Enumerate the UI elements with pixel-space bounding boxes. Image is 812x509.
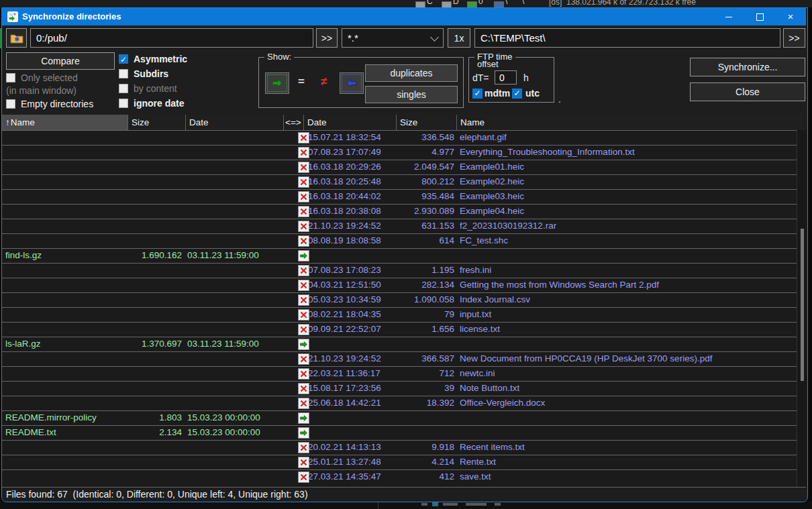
subdirs-label: Subdirs [134,68,168,79]
file-row[interactable]: 25.01.21 13:27:484.214Rente.txt [2,455,797,469]
ignore-date-label: ignore date [134,98,184,109]
drive-letter: C [427,0,433,6]
ftp-dt-input[interactable]: 0 [495,70,517,84]
delete-x-icon[interactable] [298,324,309,335]
header-size-right[interactable]: Size [397,115,457,130]
file-row[interactable]: 22.03.21 11:36:17712newtc.ini [2,366,797,381]
chevron-down-icon[interactable] [430,33,439,42]
file-row[interactable]: 07.08.23 17:07:494.977Everything_Trouble… [2,145,797,160]
file-row[interactable]: 16.03.18 20:44:02935.484Example03.heic [2,189,797,204]
delete-x-icon[interactable] [298,235,309,247]
multiplier-button[interactable]: 1x [448,28,470,48]
file-row[interactable]: 08.02.21 18:04:3579input.txt [2,307,797,322]
file-row[interactable]: 21.10.23 19:24:52366.587New Document fro… [2,351,797,366]
right-path-input[interactable]: C:\TEMP\Test\ [474,28,780,48]
file-row[interactable]: 05.03.23 10:34:591.090.058Index Journal.… [2,292,797,307]
duplicates-label: duplicates [390,68,432,78]
delete-x-icon[interactable] [298,368,309,380]
header-direction[interactable]: <=> [284,115,304,130]
file-row[interactable]: 27.03.21 14:35:47412save.txt [2,469,797,484]
header-name-right[interactable]: Name [457,115,797,130]
delete-x-icon[interactable] [298,191,309,203]
delete-x-icon[interactable] [298,280,309,291]
file-row[interactable]: 21.10.23 19:24:52631.153f2_2023103019231… [2,219,797,233]
only-selected-checkbox[interactable] [6,73,15,82]
filter-combobox[interactable]: *.* [342,28,444,48]
cell-right-size: 1.090.058 [364,293,454,306]
empty-directories-checkbox[interactable] [6,99,15,109]
copy-right-icon[interactable] [298,250,309,262]
delete-x-icon[interactable] [298,442,309,453]
file-row[interactable]: 20.02.21 14:13:139.918Recent items.txt [2,440,797,455]
ignore-date-checkbox[interactable] [119,99,128,108]
synchronize-button[interactable]: Synchronize... [690,58,805,76]
delete-x-icon[interactable] [298,457,309,468]
vertical-scrollbar[interactable] [797,130,807,488]
maximize-button[interactable] [744,8,775,25]
file-row[interactable]: README.mirror-policy1.80315.03.23 00:00:… [2,410,797,425]
cell-right-size: 935.484 [364,190,454,203]
titlebar[interactable]: Synchronize directories × [2,8,806,25]
header-date-left[interactable]: Date [186,115,284,130]
svg-text:✱: ✱ [14,36,19,43]
delete-x-icon[interactable] [298,309,309,321]
file-row[interactable]: README.txt2.13415.03.23 00:00:00 [2,425,797,440]
file-row[interactable]: 16.03.18 20:38:082.930.089Example04.heic [2,204,797,219]
mdtm-checkbox[interactable] [472,89,483,99]
close-label: Close [735,87,760,97]
scrollbar-thumb[interactable] [801,229,804,381]
file-row[interactable]: 09.09.21 22:52:071.656license.txt [2,322,797,337]
singles-button[interactable]: singles [365,86,458,103]
utc-checkbox[interactable] [512,89,522,99]
file-row[interactable]: 15.08.17 17:23:5639Note Button.txt [2,381,797,396]
status-text: Files found: 67 (Identical: 0, Different… [6,488,308,501]
delete-x-icon[interactable] [298,294,309,306]
show-copy-left-toggle[interactable] [340,72,364,94]
delete-x-icon[interactable] [298,383,309,394]
left-folder-history-button[interactable]: ✱ [6,28,27,48]
file-row[interactable]: 15.07.21 18:32:54336.548elephant.gif [2,130,797,145]
minimize-button[interactable] [713,8,744,25]
file-row[interactable]: 07.08.23 17:08:231.195fresh.ini [2,263,797,278]
file-row[interactable]: 04.03.21 12:51:50282.134Getting the most… [2,278,797,292]
delete-x-icon[interactable] [298,353,309,365]
delete-x-icon[interactable] [298,147,309,158]
by-content-checkbox[interactable] [119,84,128,93]
subdirs-checkbox[interactable] [119,69,128,78]
show-equal-toggle[interactable]: = [298,75,305,89]
filter-value: *.* [348,32,358,44]
delete-x-icon[interactable] [298,176,309,188]
file-row[interactable]: 25.06.18 14:42:2118.392Office-Vergleich.… [2,396,797,410]
delete-x-icon[interactable] [298,162,309,173]
close-window-button[interactable]: × [775,8,806,25]
delete-x-icon[interactable] [298,221,309,232]
cell-right-size: 2.930.089 [364,205,454,218]
header-name-left[interactable]: ↑Name [2,115,128,130]
file-row[interactable]: 08.08.19 18:08:58614FC_test.shc [2,233,797,248]
file-row[interactable]: 16.03.18 20:25:48800.212Example02.heic [2,174,797,189]
file-row[interactable]: ls-laR.gz1.370.69703.11.23 11:59:00 [2,337,797,351]
delete-x-icon[interactable] [298,132,309,144]
asymmetric-checkbox[interactable] [119,54,128,64]
delete-x-icon[interactable] [298,206,309,217]
delete-x-icon[interactable] [298,265,309,276]
right-go-button[interactable]: >> [783,28,805,48]
left-path-input[interactable]: 0:/pub/ [30,28,313,48]
file-list[interactable]: 15.07.21 18:32:54336.548elephant.gif07.0… [2,130,797,488]
file-row[interactable]: 16.03.18 20:29:262.049.547Example01.heic [2,160,797,174]
copy-right-icon[interactable] [298,427,309,439]
synchronize-label: Synchronize... [718,62,778,72]
header-size-left[interactable]: Size [128,115,186,130]
delete-x-icon[interactable] [298,398,309,409]
file-row[interactable]: find-ls.gz1.690.16203.11.23 11:59:00 [2,248,797,263]
show-not-equal-toggle[interactable]: ≠ [321,75,327,89]
copy-right-icon[interactable] [298,339,309,350]
duplicates-button[interactable]: duplicates [365,64,458,82]
left-go-button[interactable]: >> [316,28,338,48]
compare-button[interactable]: Compare [6,52,115,70]
delete-x-icon[interactable] [298,471,309,483]
header-date-right[interactable]: Date [304,115,397,130]
show-copy-right-toggle[interactable] [265,72,289,94]
close-button[interactable]: Close [690,82,805,101]
copy-right-icon[interactable] [298,412,309,424]
